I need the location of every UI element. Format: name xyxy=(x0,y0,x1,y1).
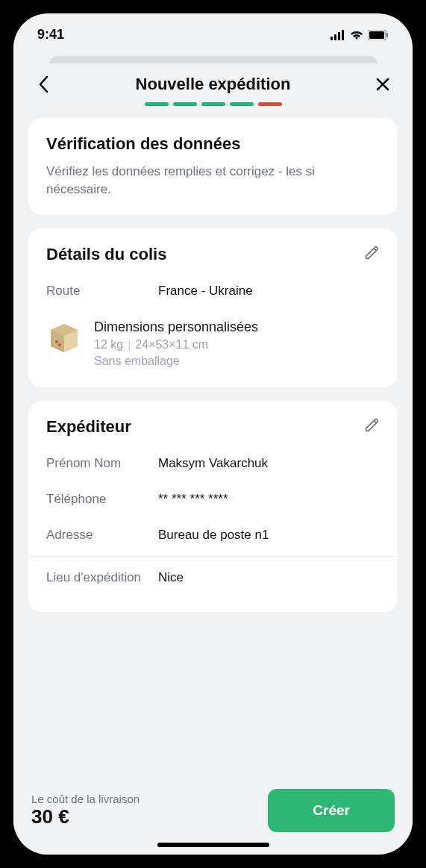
svg-point-7 xyxy=(55,340,58,343)
package-meta: 12 kg|24×53×11 cm xyxy=(94,338,258,352)
svg-rect-0 xyxy=(331,37,333,40)
phone-screen: 9:41 Nouvelle expédition xyxy=(13,13,413,855)
sender-card: Expéditeur Prénom Nom Maksym Vakarchuk T… xyxy=(28,401,398,612)
package-details-card: Détails du colis Route France - Ukraine xyxy=(28,228,398,387)
svg-rect-5 xyxy=(369,31,384,39)
svg-rect-2 xyxy=(338,32,340,40)
close-button[interactable] xyxy=(371,72,395,96)
phone-frame: 9:41 Nouvelle expédition xyxy=(0,0,426,868)
status-icons xyxy=(331,30,389,40)
divider xyxy=(28,556,398,557)
signal-icon xyxy=(331,30,345,40)
sheet-handle xyxy=(13,49,413,63)
cost-value: 30 € xyxy=(31,805,140,828)
svg-rect-1 xyxy=(334,34,336,40)
close-icon xyxy=(375,77,390,92)
svg-point-8 xyxy=(58,343,61,346)
verification-card: Vérification des données Vérifiez les do… xyxy=(28,118,398,215)
pencil-icon xyxy=(363,245,380,261)
route-value: France - Ukraine xyxy=(158,284,253,299)
pencil-icon xyxy=(363,417,380,434)
package-box-icon xyxy=(46,319,82,355)
progress-bar xyxy=(13,99,413,118)
content-scroll[interactable]: Vérification des données Vérifiez les do… xyxy=(13,118,413,778)
edit-details-button[interactable] xyxy=(363,245,380,264)
status-bar: 9:41 xyxy=(13,13,413,49)
cost-block: Le coût de la livraison 30 € xyxy=(31,793,140,828)
sender-location-label: Lieu d'expédition xyxy=(46,570,158,585)
sender-address-label: Adresse xyxy=(46,528,158,543)
package-dimensions-title: Dimensions personnalisées xyxy=(94,319,258,335)
back-button[interactable] xyxy=(31,72,55,96)
wifi-icon xyxy=(350,30,363,40)
verification-desc: Vérifiez les données remplies et corrige… xyxy=(46,163,380,199)
package-dimensions: 24×53×11 cm xyxy=(135,338,208,351)
edit-sender-button[interactable] xyxy=(363,417,380,437)
sender-phone-value: ** *** *** **** xyxy=(158,492,228,507)
progress-step-2 xyxy=(173,102,197,106)
sender-phone-label: Téléphone xyxy=(46,492,158,507)
verification-title: Vérification des données xyxy=(46,134,380,154)
progress-step-4 xyxy=(230,102,254,106)
sender-name-value: Maksym Vakarchuk xyxy=(158,456,268,471)
sender-title: Expéditeur xyxy=(46,417,131,437)
svg-rect-3 xyxy=(342,30,344,40)
progress-step-5 xyxy=(258,102,282,106)
modal-header: Nouvelle expédition xyxy=(13,63,413,99)
status-time: 9:41 xyxy=(37,27,64,43)
sender-location-value: Nice xyxy=(158,570,184,585)
page-title: Nouvelle expédition xyxy=(136,75,291,94)
package-weight: 12 kg xyxy=(94,338,123,351)
route-label: Route xyxy=(46,284,158,299)
chevron-left-icon xyxy=(38,75,48,93)
cost-label: Le coût de la livraison xyxy=(31,793,140,805)
home-indicator[interactable] xyxy=(157,843,269,847)
sheet-handle-bar[interactable] xyxy=(49,56,378,63)
battery-icon xyxy=(368,30,389,40)
progress-step-1 xyxy=(145,102,169,106)
progress-step-3 xyxy=(201,102,225,106)
package-packaging: Sans emballage xyxy=(94,355,258,368)
svg-rect-6 xyxy=(386,33,388,37)
sender-address-value: Bureau de poste n1 xyxy=(158,528,269,543)
create-button[interactable]: Créer xyxy=(268,789,395,832)
sender-name-label: Prénom Nom xyxy=(46,456,158,471)
details-title: Détails du colis xyxy=(46,245,166,264)
